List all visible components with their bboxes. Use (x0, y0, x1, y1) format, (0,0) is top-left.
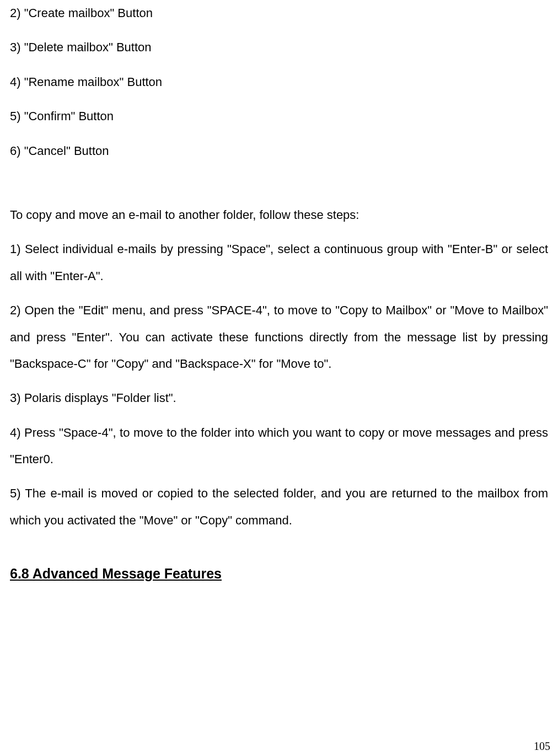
section-heading: 6.8 Advanced Message Features (10, 566, 548, 582)
step-text: 5) The e-mail is moved or copied to the … (10, 480, 548, 534)
list-item: 3) "Delete mailbox" Button (10, 34, 548, 61)
section-intro: To copy and move an e-mail to another fo… (10, 202, 548, 228)
page-number: 105 (534, 740, 550, 753)
spacer (10, 172, 548, 202)
list-item: 2) "Create mailbox" Button (10, 0, 548, 26)
list-item: 5) "Confirm" Button (10, 103, 548, 130)
step-text: 4) Press "Space-4", to move to the folde… (10, 420, 548, 473)
step-text: 2) Open the "Edit" menu, and press "SPAC… (10, 297, 548, 377)
document-page: 2) "Create mailbox" Button 3) "Delete ma… (0, 0, 558, 756)
list-item: 6) "Cancel" Button (10, 138, 548, 164)
step-text: 1) Select individual e-mails by pressing… (10, 236, 548, 289)
step-text: 3) Polaris displays "Folder list". (10, 385, 548, 411)
list-item: 4) "Rename mailbox" Button (10, 69, 548, 95)
